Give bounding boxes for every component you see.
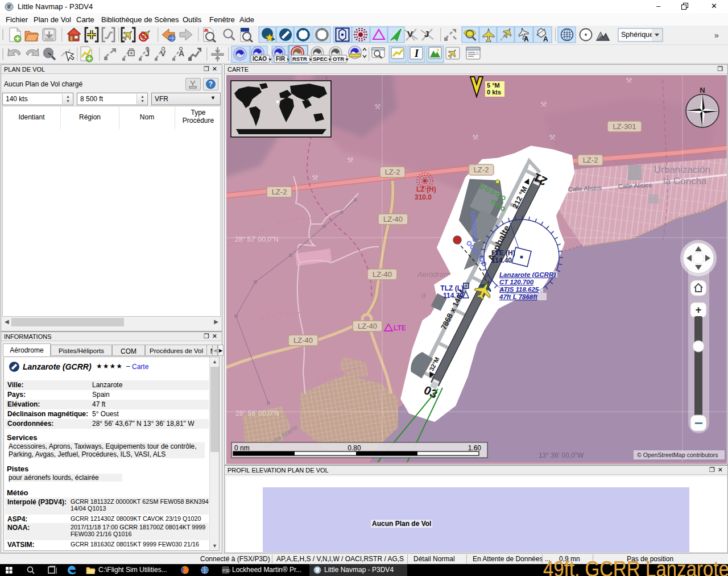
svg-text:LZ-2: LZ-2 bbox=[474, 165, 489, 174]
svg-text:LZ-2: LZ-2 bbox=[385, 168, 400, 176]
svg-text:P3D: P3D bbox=[223, 569, 231, 573]
svg-text:© OpenStreetMap contributors: © OpenStreetMap contributors bbox=[637, 451, 718, 458]
svg-text:LTE (H): LTE (H) bbox=[491, 249, 515, 257]
svg-text:LZ-2: LZ-2 bbox=[583, 156, 598, 164]
svg-text:OTR: OTR bbox=[333, 56, 344, 62]
svg-text:+: + bbox=[696, 304, 702, 316]
svg-text:Little Navmap - P3DV4: Little Navmap - P3DV4 bbox=[324, 566, 394, 574]
svg-text:310.0: 310.0 bbox=[415, 193, 432, 201]
svg-text:Sphérique: Sphérique bbox=[621, 31, 653, 39]
svg-text:28° 56' 00,0"N: 28° 56' 00,0"N bbox=[235, 409, 279, 417]
svg-text:TLZ (L): TLZ (L) bbox=[440, 284, 464, 292]
svg-text:LZ-40: LZ-40 bbox=[358, 322, 377, 330]
svg-text:CT 120.700: CT 120.700 bbox=[499, 279, 534, 285]
svg-text:28° 57' 00,0"N: 28° 57' 00,0"N bbox=[235, 235, 279, 243]
svg-text:5 °M: 5 °M bbox=[487, 82, 500, 89]
svg-text:⚒: ⚒ bbox=[626, 76, 632, 85]
svg-text:A: A bbox=[543, 35, 548, 43]
svg-text:FIR: FIR bbox=[276, 56, 286, 62]
svg-text:13° 36' 00,0"W: 13° 36' 00,0"W bbox=[539, 451, 584, 459]
svg-text:RSTR: RSTR bbox=[292, 56, 307, 62]
svg-text:A: A bbox=[524, 35, 529, 43]
svg-text:C:\Flight Sim Utilities...: C:\Flight Sim Utilities... bbox=[98, 566, 167, 574]
svg-text:0 nm: 0 nm bbox=[234, 444, 250, 452]
svg-text:ATIS 118.625: ATIS 118.625 bbox=[499, 286, 539, 293]
svg-text:⚒: ⚒ bbox=[374, 102, 381, 111]
svg-text:LZ-40: LZ-40 bbox=[293, 336, 313, 345]
svg-text:LZ-40: LZ-40 bbox=[383, 215, 403, 223]
svg-text:0.80: 0.80 bbox=[348, 444, 361, 452]
svg-text:Lanzarote (GCRR): Lanzarote (GCRR) bbox=[499, 271, 556, 278]
svg-text:LZ-2: LZ-2 bbox=[272, 188, 287, 196]
svg-text:?: ? bbox=[209, 80, 213, 88]
svg-text:»: » bbox=[714, 31, 719, 40]
svg-text:⚒: ⚒ bbox=[540, 100, 547, 109]
svg-text:J: J bbox=[424, 29, 429, 39]
svg-text:LZ-301: LZ-301 bbox=[613, 122, 636, 131]
svg-text:1.60: 1.60 bbox=[468, 444, 482, 452]
svg-text:⚒: ⚒ bbox=[549, 133, 556, 142]
svg-text:47ft L 7868ft: 47ft L 7868ft bbox=[499, 293, 538, 300]
svg-text:Lockheed Martin® Pr...: Lockheed Martin® Pr... bbox=[232, 566, 301, 574]
svg-text:ICAO: ICAO bbox=[253, 56, 267, 62]
svg-text:⚒: ⚒ bbox=[312, 173, 318, 182]
svg-text:Urbanización: Urbanización bbox=[654, 164, 710, 175]
svg-text:I: I bbox=[414, 48, 419, 59]
svg-text:114.70: 114.70 bbox=[443, 292, 464, 300]
svg-text:LTE: LTE bbox=[394, 324, 406, 332]
svg-text:la Concha: la Concha bbox=[663, 176, 707, 187]
svg-text:0 kts: 0 kts bbox=[487, 89, 501, 96]
svg-text:114.40: 114.40 bbox=[491, 256, 512, 264]
svg-text:LZ (H): LZ (H) bbox=[416, 185, 436, 193]
svg-text:d: d bbox=[421, 291, 426, 300]
svg-text:V: V bbox=[407, 29, 413, 39]
svg-text:N: N bbox=[700, 86, 705, 94]
svg-text:⚒: ⚒ bbox=[472, 133, 479, 142]
svg-text:⚒: ⚒ bbox=[347, 156, 354, 164]
svg-text:SPEC: SPEC bbox=[313, 56, 328, 62]
svg-text:LZ-40: LZ-40 bbox=[373, 270, 392, 279]
